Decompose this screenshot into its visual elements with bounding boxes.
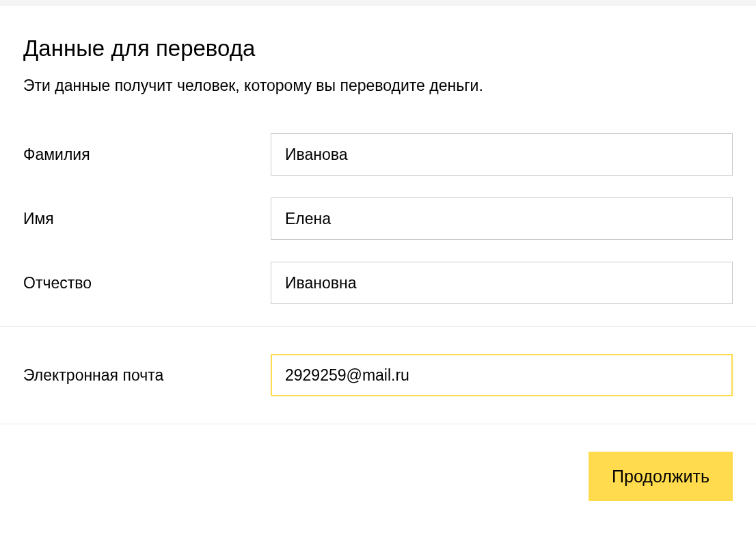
email-input[interactable]: [271, 354, 733, 396]
patronymic-row: Отчество: [23, 262, 733, 304]
patronymic-label: Отчество: [23, 274, 271, 292]
surname-row: Фамилия: [23, 133, 733, 176]
name-label: Имя: [23, 210, 271, 228]
surname-label: Фамилия: [23, 146, 271, 164]
top-bar: [0, 0, 756, 5]
section-divider: [0, 326, 756, 327]
continue-button[interactable]: Продолжить: [589, 452, 733, 501]
page-title: Данные для перевода: [23, 36, 733, 61]
surname-input[interactable]: [271, 133, 733, 176]
section-divider-2: [0, 424, 756, 424]
email-label: Электронная почта: [23, 366, 271, 385]
name-row: Имя: [23, 197, 733, 240]
form-container: Данные для перевода Эти данные получит ч…: [0, 5, 756, 501]
email-row: Электронная почта: [23, 354, 733, 396]
page-subtitle: Эти данные получит человек, которому вы …: [23, 77, 733, 95]
button-row: Продолжить: [23, 452, 733, 501]
patronymic-input[interactable]: [271, 262, 733, 304]
name-input[interactable]: [271, 197, 733, 240]
